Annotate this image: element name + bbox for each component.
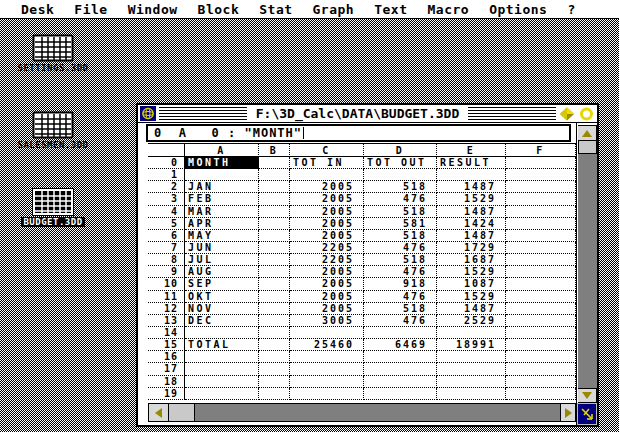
scroll-right-button[interactable]	[560, 404, 575, 421]
cell-d13[interactable]: 476	[364, 315, 437, 327]
desktop-icon-salesmen3dd[interactable]: SALESMEN.3DD	[2, 111, 104, 150]
cell-e2[interactable]: 1487	[437, 181, 506, 193]
cell-b12[interactable]	[259, 303, 290, 315]
cell-b0[interactable]	[259, 157, 290, 169]
cell-b4[interactable]	[259, 206, 290, 218]
cell-c9[interactable]: 2005	[290, 266, 364, 278]
row-header-12[interactable]: 12	[148, 303, 185, 315]
menu-item-graph[interactable]: Graph	[313, 2, 355, 17]
cell-c16[interactable]	[290, 351, 364, 363]
cell-c0[interactable]: TOT IN	[290, 157, 364, 169]
cell-c18[interactable]	[290, 376, 364, 388]
cell-a16[interactable]	[185, 351, 259, 363]
cell-d5[interactable]: 581	[364, 218, 437, 230]
cell-a4[interactable]: MAR	[185, 206, 259, 218]
cell-d4[interactable]: 518	[364, 206, 437, 218]
window-resize-handle[interactable]	[577, 403, 597, 425]
cell-f12[interactable]	[506, 303, 576, 315]
grid-corner-cell[interactable]	[148, 144, 185, 157]
cell-d19[interactable]	[364, 388, 437, 400]
cell-e18[interactable]	[437, 376, 506, 388]
row-header-14[interactable]: 14	[148, 327, 185, 339]
cell-f16[interactable]	[506, 351, 576, 363]
menu-item-block[interactable]: Block	[198, 2, 240, 17]
column-header-a[interactable]: A	[185, 144, 259, 157]
cell-b14[interactable]	[259, 327, 290, 339]
cell-b6[interactable]	[259, 230, 290, 242]
cell-c7[interactable]: 2205	[290, 242, 364, 254]
cell-f7[interactable]	[506, 242, 576, 254]
cell-b2[interactable]	[259, 181, 290, 193]
cell-e12[interactable]: 1487	[437, 303, 506, 315]
cell-d15[interactable]: 6469	[364, 339, 437, 351]
row-header-19[interactable]: 19	[148, 388, 185, 400]
cell-a18[interactable]	[185, 376, 259, 388]
menu-item-[interactable]: ?	[567, 2, 575, 17]
cell-e1[interactable]	[437, 169, 506, 181]
cell-b8[interactable]	[259, 254, 290, 266]
cell-d0[interactable]: TOT OUT	[364, 157, 437, 169]
cell-f19[interactable]	[506, 388, 576, 400]
cell-f14[interactable]	[506, 327, 576, 339]
cell-f13[interactable]	[506, 315, 576, 327]
cell-d12[interactable]: 518	[364, 303, 437, 315]
cell-b3[interactable]	[259, 193, 290, 205]
cell-d17[interactable]	[364, 363, 437, 375]
row-header-15[interactable]: 15	[148, 339, 185, 351]
cell-f15[interactable]	[506, 339, 576, 351]
cell-a6[interactable]: MAY	[185, 230, 259, 242]
cell-c8[interactable]: 2205	[290, 254, 364, 266]
cell-c12[interactable]: 2005	[290, 303, 364, 315]
cell-c5[interactable]: 2005	[290, 218, 364, 230]
desktop-icon-budget3dd[interactable]: BUDGET.3DD	[2, 188, 104, 227]
cell-f6[interactable]	[506, 230, 576, 242]
cell-d7[interactable]: 476	[364, 242, 437, 254]
row-header-1[interactable]: 1	[148, 169, 185, 181]
column-header-d[interactable]: D	[364, 144, 437, 157]
cell-a2[interactable]: JAN	[185, 181, 259, 193]
row-header-6[interactable]: 6	[148, 230, 185, 242]
cell-a14[interactable]	[185, 327, 259, 339]
vertical-scroll-track[interactable]	[578, 141, 597, 388]
row-header-7[interactable]: 7	[148, 242, 185, 254]
menu-item-desk[interactable]: Desk	[21, 2, 54, 17]
cell-c19[interactable]	[290, 388, 364, 400]
row-header-9[interactable]: 9	[148, 266, 185, 278]
cell-f4[interactable]	[506, 206, 576, 218]
cell-c2[interactable]: 2005	[290, 181, 364, 193]
cell-b1[interactable]	[259, 169, 290, 181]
cell-b5[interactable]	[259, 218, 290, 230]
cell-a10[interactable]: SEP	[185, 278, 259, 290]
selected-cell[interactable]: MONTH	[185, 157, 259, 169]
cell-b16[interactable]	[259, 351, 290, 363]
cell-a19[interactable]	[185, 388, 259, 400]
horizontal-scroll-thumb[interactable]	[169, 404, 195, 421]
cell-f9[interactable]	[506, 266, 576, 278]
cell-e6[interactable]: 1487	[437, 230, 506, 242]
cell-c13[interactable]: 3005	[290, 315, 364, 327]
fuller-diamond-icon[interactable]	[559, 107, 575, 121]
cell-c15[interactable]: 25460	[290, 339, 364, 351]
cell-e13[interactable]: 2529	[437, 315, 506, 327]
menu-item-options[interactable]: Options	[489, 2, 547, 17]
cell-e10[interactable]: 1087	[437, 278, 506, 290]
menu-item-window[interactable]: Window	[128, 2, 178, 17]
cell-e7[interactable]: 1729	[437, 242, 506, 254]
cell-b15[interactable]	[259, 339, 290, 351]
cell-e9[interactable]: 1529	[437, 266, 506, 278]
cell-e14[interactable]	[437, 327, 506, 339]
cell-d9[interactable]: 476	[364, 266, 437, 278]
formula-bar[interactable]: 0 A 0 : "MONTH"	[146, 124, 571, 142]
cell-f5[interactable]	[506, 218, 576, 230]
scroll-up-button[interactable]	[578, 125, 597, 141]
cell-a7[interactable]: JUN	[185, 242, 259, 254]
cell-b7[interactable]	[259, 242, 290, 254]
sizer-ring-icon[interactable]	[578, 107, 595, 121]
menu-item-macro[interactable]: Macro	[428, 2, 470, 17]
cell-f8[interactable]	[506, 254, 576, 266]
cell-e17[interactable]	[437, 363, 506, 375]
cell-d3[interactable]: 476	[364, 193, 437, 205]
scroll-left-button[interactable]	[149, 404, 169, 421]
column-header-f[interactable]: F	[506, 144, 576, 157]
row-header-2[interactable]: 2	[148, 181, 185, 193]
